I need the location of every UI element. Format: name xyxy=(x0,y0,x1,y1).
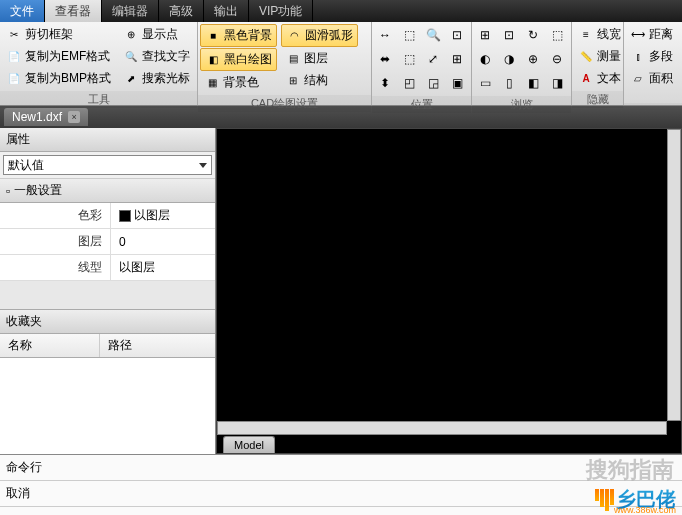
browse-icon[interactable]: ⬚ xyxy=(546,24,568,46)
scrollbar-horizontal[interactable] xyxy=(217,421,667,435)
black-bg-button[interactable]: ■黑色背景 xyxy=(200,24,277,47)
menu-vip[interactable]: VIP功能 xyxy=(249,0,313,22)
command-undo[interactable]: 取消 xyxy=(0,481,682,507)
nav-icon[interactable]: ⤢ xyxy=(422,48,444,70)
prop-row-layer[interactable]: 图层 0 xyxy=(0,229,215,255)
bg-color-button[interactable]: ▦背景色 xyxy=(200,72,277,93)
find-text-button[interactable]: 🔍查找文字 xyxy=(119,46,194,67)
cut-frame-button[interactable]: ✂剪切框架 xyxy=(2,24,115,45)
line-icon: ≡ xyxy=(578,27,594,43)
browse-icon[interactable]: ⊡ xyxy=(498,24,520,46)
menu-file[interactable]: 文件 xyxy=(0,0,45,22)
tree-icon: ⊞ xyxy=(285,73,301,89)
browse-icons: ⊞⊡↻⬚ ◐◑⊕⊖ ▭▯◧◨ xyxy=(472,22,571,96)
scrollbar-vertical[interactable] xyxy=(667,129,681,421)
cursor-icon: ⬈ xyxy=(123,71,139,87)
file-tab[interactable]: New1.dxf × xyxy=(4,108,88,126)
favorites-columns: 名称 路径 xyxy=(0,334,215,358)
browse-icon[interactable]: ◧ xyxy=(522,72,544,94)
favorites-header: 收藏夹 xyxy=(0,309,215,334)
layers-icon: ▤ xyxy=(285,51,301,67)
text-icon: A xyxy=(578,71,594,87)
nav-icon[interactable]: ↔ xyxy=(374,24,396,46)
browse-icon[interactable]: ↻ xyxy=(522,24,544,46)
browse-icon[interactable]: ⊖ xyxy=(546,48,568,70)
drawing-canvas[interactable]: Model xyxy=(216,128,682,454)
nav-icon[interactable]: 🔍 xyxy=(422,24,444,46)
area-button[interactable]: ▱面积 xyxy=(626,68,677,89)
browse-icon[interactable]: ⊞ xyxy=(474,24,496,46)
menu-advanced[interactable]: 高级 xyxy=(159,0,204,22)
search-cursor-button[interactable]: ⬈搜索光标 xyxy=(119,68,194,89)
position-icons: ↔⬚🔍⊡ ⬌⬚⤢⊞ ⬍◰◲▣ xyxy=(372,22,471,96)
color-swatch xyxy=(119,210,131,222)
search-icon: 🔍 xyxy=(123,49,139,65)
copy-icon: 📄 xyxy=(6,49,22,65)
default-combo[interactable]: 默认值 xyxy=(3,155,212,175)
distance-button[interactable]: ⟷距离 xyxy=(626,24,677,45)
browse-icon[interactable]: ⊕ xyxy=(522,48,544,70)
workspace: 属性 默认值 ▫ 一般设置 色彩 以图层 图层 0 线型 以图层 收藏夹 xyxy=(0,128,682,454)
prop-row-color[interactable]: 色彩 以图层 xyxy=(0,203,215,229)
nav-icon[interactable]: ⬍ xyxy=(374,72,396,94)
command-area: 命令行 取消 xyxy=(0,454,682,515)
text-button[interactable]: A文本 xyxy=(574,68,625,89)
menu-bar: 文件 查看器 编辑器 高级 输出 VIP功能 xyxy=(0,0,682,22)
arc-icon: ◠ xyxy=(286,28,302,44)
nav-icon[interactable]: ⊞ xyxy=(446,48,468,70)
polyline-button[interactable]: ⫿多段 xyxy=(626,46,677,67)
general-section-header[interactable]: ▫ 一般设置 xyxy=(0,178,215,203)
nav-icon[interactable]: ◲ xyxy=(422,72,444,94)
target-icon: ⊕ xyxy=(123,27,139,43)
combo-value: 默认值 xyxy=(8,157,44,174)
browse-icon[interactable]: ▯ xyxy=(498,72,520,94)
browse-icon[interactable]: ◑ xyxy=(498,48,520,70)
nav-icon[interactable]: ◰ xyxy=(398,72,420,94)
chevron-down-icon xyxy=(199,163,207,168)
ruler-icon: 📏 xyxy=(578,49,594,65)
nav-icon[interactable]: ▣ xyxy=(446,72,468,94)
command-line-label[interactable]: 命令行 xyxy=(0,455,682,481)
nav-icon[interactable]: ⬌ xyxy=(374,48,396,70)
nav-icon[interactable]: ⊡ xyxy=(446,24,468,46)
file-tab-name: New1.dxf xyxy=(12,110,62,124)
close-tab-icon[interactable]: × xyxy=(68,111,80,123)
browse-icon[interactable]: ◨ xyxy=(546,72,568,94)
col-name[interactable]: 名称 xyxy=(0,334,100,357)
menu-viewer[interactable]: 查看器 xyxy=(45,0,102,22)
polyline-icon: ⫿ xyxy=(630,49,646,65)
group-position-label: 位置 xyxy=(372,96,471,113)
browse-icon[interactable]: ◐ xyxy=(474,48,496,70)
show-point-button[interactable]: ⊕显示点 xyxy=(119,24,194,45)
model-tab[interactable]: Model xyxy=(223,436,275,453)
favorites-list[interactable] xyxy=(0,358,215,454)
collapse-icon: ▫ xyxy=(6,184,10,198)
browse-icon[interactable]: ▭ xyxy=(474,72,496,94)
copy-emf-button[interactable]: 📄复制为EMF格式 xyxy=(2,46,115,67)
nav-icon[interactable]: ⬚ xyxy=(398,24,420,46)
lineweight-button[interactable]: ≡线宽 xyxy=(574,24,625,45)
copy-bmp-button[interactable]: 📄复制为BMP格式 xyxy=(2,68,115,89)
bw-draw-button[interactable]: ◧黑白绘图 xyxy=(200,48,277,71)
command-input[interactable] xyxy=(0,507,682,515)
property-list: 色彩 以图层 图层 0 线型 以图层 xyxy=(0,203,215,281)
group-cad-label: CAD绘图设置 xyxy=(198,95,371,112)
nav-icon[interactable]: ⬚ xyxy=(398,48,420,70)
group-tools-label: 工具 xyxy=(0,91,197,108)
scissors-icon: ✂ xyxy=(6,27,22,43)
measure-button[interactable]: 📏测量 xyxy=(574,46,625,67)
group-right-label xyxy=(624,103,682,105)
panel-title: 属性 xyxy=(0,128,215,152)
distance-icon: ⟷ xyxy=(630,27,646,43)
layer-button[interactable]: ▤图层 xyxy=(281,48,358,69)
area-icon: ▱ xyxy=(630,71,646,87)
menu-output[interactable]: 输出 xyxy=(204,0,249,22)
col-path[interactable]: 路径 xyxy=(100,334,140,357)
prop-row-linetype[interactable]: 线型 以图层 xyxy=(0,255,215,281)
structure-button[interactable]: ⊞结构 xyxy=(281,70,358,91)
menu-editor[interactable]: 编辑器 xyxy=(102,0,159,22)
group-browse-label: 浏览 xyxy=(472,96,571,113)
smooth-arc-button[interactable]: ◠圆滑弧形 xyxy=(281,24,358,47)
properties-panel: 属性 默认值 ▫ 一般设置 色彩 以图层 图层 0 线型 以图层 收藏夹 xyxy=(0,128,216,454)
square-icon: ◧ xyxy=(205,52,221,68)
